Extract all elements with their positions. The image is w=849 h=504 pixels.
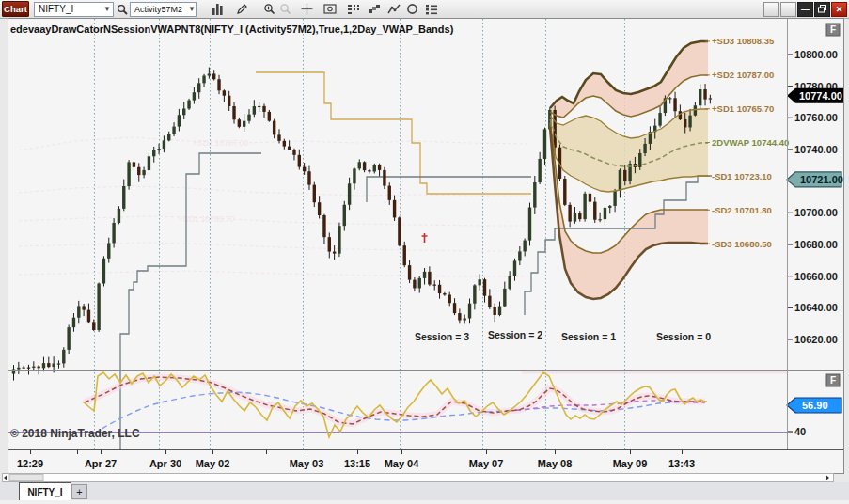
svg-text:May 04: May 04	[385, 458, 420, 469]
horizontal-scrollbar[interactable]	[3, 474, 834, 482]
svg-text:10760.00: 10760.00	[794, 112, 838, 123]
svg-text:-SD1 10723.10: -SD1 10723.10	[712, 171, 772, 181]
svg-text:10700.00: 10700.00	[794, 207, 838, 218]
session-labels: Session = 3Session = 2Session = 1Session…	[415, 329, 711, 342]
svg-text:40: 40	[794, 426, 806, 437]
svg-text:10740.00: 10740.00	[794, 144, 838, 155]
svg-text:F: F	[830, 24, 836, 35]
svg-text:10660.00: 10660.00	[794, 271, 838, 282]
svg-text:2DVWAP 10744.40: 2DVWAP 10744.40	[712, 137, 789, 148]
svg-text:+SD2 10787.00: +SD2 10787.00	[193, 138, 249, 148]
copyright-label: © 2018 NinjaTrader, LLC	[10, 427, 140, 440]
svg-text:10774.00: 10774.00	[799, 90, 842, 102]
tab-nifty[interactable]: NIFTY_I	[19, 482, 71, 500]
svg-text:+SD1 10765.70: +SD1 10765.70	[179, 214, 235, 224]
svg-text:Apr 30: Apr 30	[149, 458, 181, 469]
svg-text:+SD2 10787.00: +SD2 10787.00	[712, 70, 774, 80]
window-bottom-frame	[0, 500, 849, 504]
svg-text:Apr 27: Apr 27	[85, 458, 117, 469]
svg-text:-SD2 10701.80: -SD2 10701.80	[712, 205, 772, 215]
svg-text:May 07: May 07	[469, 458, 504, 469]
chart-area: +SD2 10787.00 +SD1 10765.70 +SD3 10808.3…	[0, 0, 849, 504]
svg-text:10800.00: 10800.00	[794, 49, 838, 60]
svg-text:10640.00: 10640.00	[794, 302, 838, 313]
svg-text:13:15: 13:15	[344, 458, 370, 469]
svg-text:12:29: 12:29	[17, 458, 43, 469]
svg-text:10721.00: 10721.00	[800, 174, 843, 185]
svg-text:F: F	[830, 375, 836, 386]
svg-text:-SD3 10680.50: -SD3 10680.50	[712, 239, 772, 249]
svg-text:Session = 2: Session = 2	[488, 329, 542, 340]
svg-text:Session = 1: Session = 1	[561, 331, 616, 342]
svg-text:10620.00: 10620.00	[794, 334, 838, 345]
svg-text:Session = 3: Session = 3	[415, 331, 469, 342]
svg-text:13:43: 13:43	[668, 458, 695, 469]
svg-text:May 09: May 09	[613, 458, 648, 469]
svg-text:May 02: May 02	[196, 458, 230, 469]
chart-title: edevaayDrawCatorNSessionVWAPNT8(NIFTY_I …	[10, 24, 454, 35]
svg-text:Session = 0: Session = 0	[656, 331, 711, 342]
svg-text:+SD1 10765.70: +SD1 10765.70	[712, 103, 774, 114]
svg-text:10680.00: 10680.00	[794, 239, 838, 250]
add-tab-button[interactable]: +	[71, 484, 87, 499]
svg-text:May 03: May 03	[290, 458, 324, 469]
upper-panel-f-button[interactable]: F	[826, 24, 840, 36]
svg-text:May 08: May 08	[538, 458, 573, 469]
svg-text:56.90: 56.90	[802, 400, 828, 411]
lower-panel-f-button[interactable]: F	[826, 374, 840, 386]
tab-bar: NIFTY_I +	[0, 482, 849, 501]
svg-text:+SD3 10808.35: +SD3 10808.35	[712, 36, 775, 46]
scrollbar-thumb[interactable]	[9, 475, 43, 481]
